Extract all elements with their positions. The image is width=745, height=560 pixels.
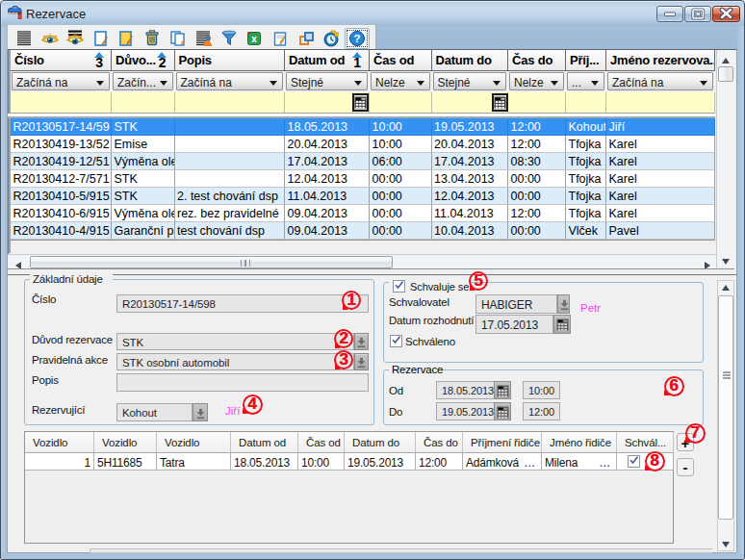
svg-text:?: ? (353, 33, 360, 44)
svg-text:x: x (251, 34, 257, 44)
